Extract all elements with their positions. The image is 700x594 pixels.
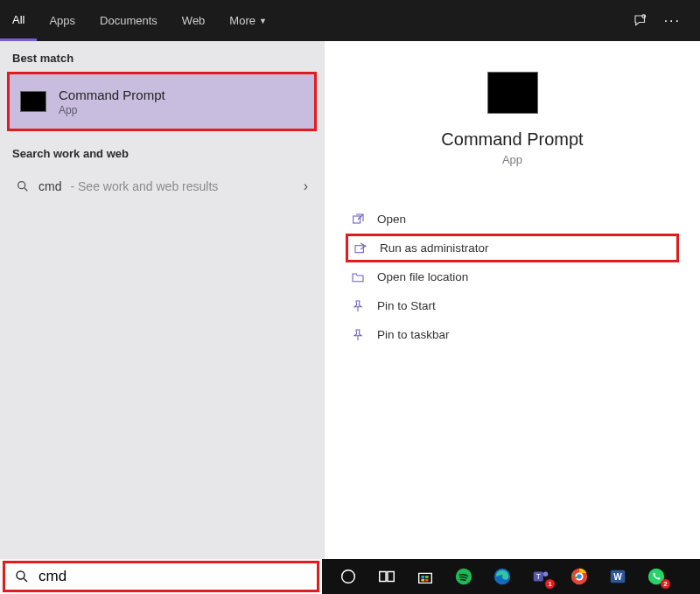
detail-title: Command Prompt bbox=[441, 129, 583, 150]
svg-point-16 bbox=[456, 569, 472, 584]
search-web-result[interactable]: cmd - See work and web results › bbox=[7, 169, 317, 204]
svg-line-8 bbox=[24, 578, 27, 582]
command-prompt-icon bbox=[20, 91, 46, 112]
action-pin-3[interactable]: Pin to Start bbox=[346, 291, 679, 320]
admin-icon bbox=[354, 241, 368, 255]
action-label: Open file location bbox=[377, 270, 468, 283]
tab-documents[interactable]: Documents bbox=[88, 0, 170, 41]
search-icon bbox=[16, 179, 30, 193]
detail-actions: OpenRun as administratorOpen file locati… bbox=[325, 205, 700, 349]
tab-apps[interactable]: Apps bbox=[37, 0, 88, 41]
svg-rect-14 bbox=[421, 579, 424, 582]
notification-badge: 2 bbox=[661, 579, 670, 589]
best-match-result[interactable]: Command Prompt App bbox=[7, 72, 317, 131]
svg-rect-4 bbox=[355, 245, 363, 252]
detail-panel: Command Prompt App OpenRun as administra… bbox=[324, 41, 700, 559]
svg-rect-10 bbox=[380, 572, 386, 582]
action-label: Pin to Start bbox=[377, 299, 436, 312]
action-pin-4[interactable]: Pin to taskbar bbox=[346, 320, 679, 349]
action-folder[interactable]: Open file location bbox=[346, 262, 679, 291]
tab-all[interactable]: All bbox=[0, 0, 37, 41]
action-open[interactable]: Open bbox=[346, 205, 679, 234]
svg-line-2 bbox=[24, 188, 27, 191]
svg-rect-12 bbox=[421, 576, 424, 578]
open-icon bbox=[351, 213, 365, 227]
action-admin[interactable]: Run as administrator bbox=[346, 234, 679, 262]
svg-text:T: T bbox=[536, 573, 541, 581]
svg-point-20 bbox=[543, 572, 549, 577]
taskbar-cortana[interactable] bbox=[338, 566, 359, 587]
best-match-title: Command Prompt bbox=[59, 87, 165, 102]
web-query: cmd bbox=[38, 179, 61, 193]
pin-icon bbox=[351, 299, 365, 313]
action-label: Pin to taskbar bbox=[377, 328, 450, 341]
taskbar-word[interactable]: W bbox=[607, 566, 628, 587]
work-web-heading: Search work and web bbox=[0, 136, 324, 167]
search-filter-tabs: All Apps Documents Web More▼ ··· bbox=[0, 0, 700, 41]
taskbar-store[interactable] bbox=[415, 566, 436, 587]
command-prompt-large-icon bbox=[487, 72, 538, 114]
taskbar: T1 W 2 bbox=[322, 559, 700, 594]
svg-rect-13 bbox=[425, 576, 429, 578]
taskbar-whatsapp[interactable]: 2 bbox=[646, 566, 667, 587]
search-icon bbox=[14, 569, 30, 584]
svg-point-9 bbox=[342, 570, 355, 584]
best-match-subtitle: App bbox=[59, 104, 165, 116]
taskbar-edge[interactable] bbox=[492, 566, 513, 587]
tab-web[interactable]: Web bbox=[170, 0, 218, 41]
svg-point-1 bbox=[18, 182, 25, 189]
svg-rect-15 bbox=[425, 579, 429, 582]
taskbar-teams[interactable]: T1 bbox=[530, 566, 551, 587]
chevron-right-icon: › bbox=[304, 178, 308, 194]
notification-badge: 1 bbox=[545, 579, 555, 589]
tab-more[interactable]: More▼ bbox=[217, 0, 279, 41]
caret-down-icon: ▼ bbox=[259, 17, 267, 25]
svg-rect-3 bbox=[354, 216, 360, 223]
results-panel: Best match Command Prompt App Search wor… bbox=[0, 41, 324, 559]
folder-icon bbox=[351, 270, 365, 284]
detail-subtitle: App bbox=[502, 153, 522, 166]
web-hint: - See work and web results bbox=[70, 179, 218, 193]
taskbar-taskview[interactable] bbox=[376, 566, 397, 587]
svg-point-7 bbox=[17, 571, 24, 579]
svg-point-0 bbox=[642, 14, 646, 17]
svg-text:W: W bbox=[613, 572, 622, 582]
svg-rect-11 bbox=[388, 572, 394, 582]
taskbar-chrome[interactable] bbox=[569, 566, 590, 587]
feedback-icon[interactable] bbox=[633, 13, 648, 29]
taskbar-spotify[interactable] bbox=[453, 566, 474, 587]
pin-icon bbox=[351, 328, 365, 342]
more-options-icon[interactable]: ··· bbox=[664, 13, 681, 29]
action-label: Open bbox=[377, 213, 406, 226]
action-label: Run as administrator bbox=[380, 241, 489, 255]
best-match-heading: Best match bbox=[0, 41, 324, 72]
search-box[interactable] bbox=[3, 561, 319, 592]
search-input[interactable] bbox=[38, 568, 308, 585]
